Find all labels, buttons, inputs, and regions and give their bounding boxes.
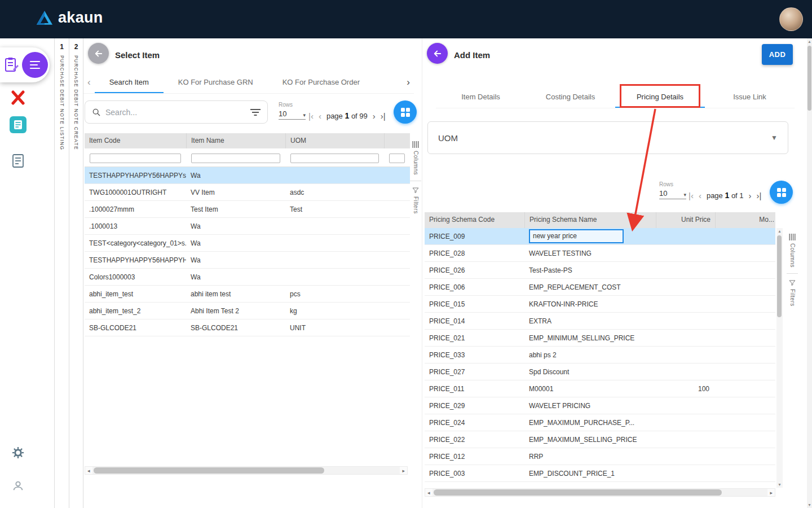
add-button[interactable]: ADD bbox=[762, 44, 793, 65]
item-extra-cell bbox=[384, 319, 410, 336]
item-code-filter-input[interactable] bbox=[90, 154, 181, 163]
tab-costing-details[interactable]: Costing Details bbox=[526, 86, 615, 108]
item-row[interactable]: TESTHAPPYHAPPY56HAPPYsdfj... Wa bbox=[85, 167, 410, 184]
pricing-row[interactable]: PRICE_024 EMP_MAXIMUM_PURCHASE_P... bbox=[425, 414, 775, 431]
tab-ko-for-purchase-grn[interactable]: KO For Purchase GRN bbox=[164, 71, 268, 93]
pricing-row[interactable]: PRICE_022 EMP_MAXIMUM_SELLING_PRICE bbox=[425, 431, 775, 448]
last-page-button[interactable]: ›| bbox=[757, 191, 762, 200]
pricing-row[interactable]: PRICE_033 abhi ps 2 bbox=[425, 347, 775, 364]
pricing-row[interactable]: PRICE_021 EMP_MINIMUM_SELLING_PRICE bbox=[425, 330, 775, 347]
scroll-down-icon[interactable]: ▾ bbox=[778, 481, 780, 488]
filters-tool[interactable]: Filters bbox=[412, 181, 419, 220]
extra-filter-input[interactable] bbox=[389, 154, 405, 163]
user-avatar[interactable] bbox=[779, 7, 803, 31]
uom-filter-input[interactable] bbox=[290, 154, 379, 163]
item-name-filter-input[interactable] bbox=[191, 154, 280, 163]
filters-tool[interactable]: Filters bbox=[789, 274, 796, 312]
document-app-button[interactable] bbox=[0, 116, 36, 133]
filter-list-icon[interactable] bbox=[250, 108, 261, 116]
item-row[interactable]: .1000013 Wa bbox=[85, 218, 410, 235]
tab-ko-for-purchase-order[interactable]: KO For Purchase Order bbox=[268, 71, 374, 93]
brand-logo[interactable]: akaun bbox=[36, 9, 103, 27]
pricing-schema-name-cell: EMP_MAXIMUM_PURCHASE_P... bbox=[524, 414, 656, 431]
tab-item-details[interactable]: Item Details bbox=[436, 86, 526, 108]
add-item-panel: Add Item ADD Item Details Costing Detail… bbox=[422, 38, 807, 508]
settings-button[interactable] bbox=[0, 447, 36, 458]
item-uom-cell bbox=[285, 235, 384, 251]
item-row[interactable]: SB-GLCODE21 SB-GLCODE21 UNIT bbox=[85, 319, 410, 336]
active-app-badge[interactable] bbox=[0, 47, 50, 82]
item-row[interactable]: .1000027mmm Test Item Test bbox=[85, 201, 410, 218]
search-input[interactable] bbox=[105, 108, 246, 117]
scroll-down-icon[interactable]: ▾ bbox=[808, 502, 810, 508]
pricing-row[interactable]: PRICE_012 RRP bbox=[425, 448, 775, 465]
columns-tool[interactable]: Columns bbox=[789, 228, 796, 273]
back-button[interactable] bbox=[88, 43, 109, 64]
item-code-cell: TESTHAPPYHAPPY56HAPPYsdfj... bbox=[85, 167, 186, 183]
scrollbar-thumb[interactable] bbox=[94, 467, 324, 474]
pricing-schema-name-cell: new year price bbox=[524, 228, 656, 244]
scroll-right-icon[interactable]: ▸ bbox=[767, 490, 775, 496]
first-page-button[interactable]: |‹ bbox=[689, 191, 694, 200]
profile-button[interactable] bbox=[0, 480, 36, 492]
tab-search-item[interactable]: Search Item bbox=[95, 71, 164, 93]
item-row[interactable]: TEST<category<category_01>s... Wa bbox=[85, 235, 410, 252]
columns-tool[interactable]: Columns bbox=[412, 135, 419, 181]
page-scrollbar[interactable]: ▴ ▾ bbox=[807, 38, 812, 508]
scroll-up-icon[interactable]: ▴ bbox=[778, 228, 780, 234]
item-row[interactable]: abhi_item_test_2 Abhi Item Test 2 kg bbox=[85, 303, 410, 319]
scrollbar-thumb[interactable] bbox=[807, 46, 811, 111]
scrollbar-thumb[interactable] bbox=[777, 235, 782, 317]
back-button[interactable] bbox=[427, 43, 448, 64]
table-vertical-scrollbar[interactable]: ▴ ▾ bbox=[776, 228, 783, 488]
scroll-left-icon[interactable]: ◂ bbox=[425, 490, 433, 496]
item-row[interactable]: TWG1000001OUTRIGHT VV Item asdc bbox=[85, 184, 410, 201]
pricing-row[interactable]: PRICE_014 EXTRA bbox=[425, 313, 775, 330]
first-page-button[interactable]: |‹ bbox=[308, 112, 314, 120]
scroll-left-icon[interactable]: ◂ bbox=[85, 468, 92, 474]
tabs-scroll-right-icon[interactable]: › bbox=[403, 71, 414, 93]
pricing-row[interactable]: PRICE_027 Spd Discount bbox=[425, 364, 775, 380]
scroll-up-icon[interactable]: ▴ bbox=[808, 38, 810, 45]
item-row[interactable]: TESTHAPPYHAPPY56HAPPYHA... Wa bbox=[85, 252, 410, 269]
pdf-app-button[interactable] bbox=[0, 90, 36, 105]
pricing-schema-name-cell: EMP_REPLACEMENT_COST bbox=[524, 279, 656, 295]
pricing-row[interactable]: PRICE_011 M00001 100 bbox=[425, 380, 775, 397]
uom-dropdown[interactable]: UOM ▼ bbox=[427, 121, 788, 154]
scrollbar-thumb[interactable] bbox=[434, 489, 722, 496]
pricing-extra-cell bbox=[715, 364, 775, 380]
last-page-button[interactable]: ›| bbox=[381, 112, 386, 120]
app-menu-button[interactable] bbox=[22, 52, 48, 78]
tab-pricing-details[interactable]: Pricing Details bbox=[615, 86, 705, 108]
horizontal-scrollbar[interactable]: ◂ ▸ bbox=[425, 488, 775, 497]
rows-per-page-select[interactable]: 10▾ bbox=[659, 189, 686, 199]
pricing-row[interactable]: PRICE_015 KRAFTON-INR-PRICE bbox=[425, 296, 775, 313]
pricing-schema-name-cell: EXTRA bbox=[524, 313, 656, 329]
horizontal-scrollbar[interactable]: ◂ ▸ bbox=[85, 466, 408, 475]
pricing-row[interactable]: PRICE_009 new year price bbox=[425, 228, 775, 245]
search-bar[interactable] bbox=[85, 100, 268, 124]
prev-page-button[interactable]: ‹ bbox=[699, 191, 701, 200]
unit-price-cell: 100 bbox=[656, 380, 715, 397]
item-row[interactable]: Colors1000003 Wa bbox=[85, 269, 410, 286]
pricing-row[interactable]: PRICE_026 Test-Paste-PS bbox=[425, 262, 775, 279]
column-layout-button[interactable] bbox=[394, 100, 417, 124]
prev-page-button[interactable]: ‹ bbox=[319, 112, 321, 120]
pricing-row[interactable]: PRICE_003 EMP_DISCOUNT_PRICE_1 bbox=[425, 465, 775, 482]
next-page-button[interactable]: › bbox=[749, 191, 752, 200]
rows-per-page-select[interactable]: 10▾ bbox=[279, 110, 306, 120]
pricing-row[interactable]: PRICE_028 WAVELET TESTING bbox=[425, 245, 775, 262]
workspace-tab-2[interactable]: 2 PURCHASE DEBIT NOTE CREATE bbox=[69, 38, 83, 508]
tab-issue-link[interactable]: Issue Link bbox=[705, 86, 795, 108]
workspace-tab-1[interactable]: 1 PURCHASE DEBIT NOTE LISTING bbox=[54, 38, 69, 508]
report-app-button[interactable] bbox=[0, 154, 36, 168]
next-page-button[interactable]: › bbox=[373, 112, 376, 120]
workspace-tab-number: 1 bbox=[60, 43, 64, 51]
pricing-row[interactable]: PRICE_029 WAVELET PRICING bbox=[425, 397, 775, 414]
item-extra-cell bbox=[384, 167, 410, 183]
tabs-scroll-left-icon[interactable]: ‹ bbox=[83, 71, 95, 93]
pricing-row[interactable]: PRICE_006 EMP_REPLACEMENT_COST bbox=[425, 279, 775, 296]
scroll-right-icon[interactable]: ▸ bbox=[400, 468, 407, 474]
column-layout-button[interactable] bbox=[770, 181, 793, 204]
item-row[interactable]: abhi_item_test abhi item test pcs bbox=[85, 286, 410, 303]
